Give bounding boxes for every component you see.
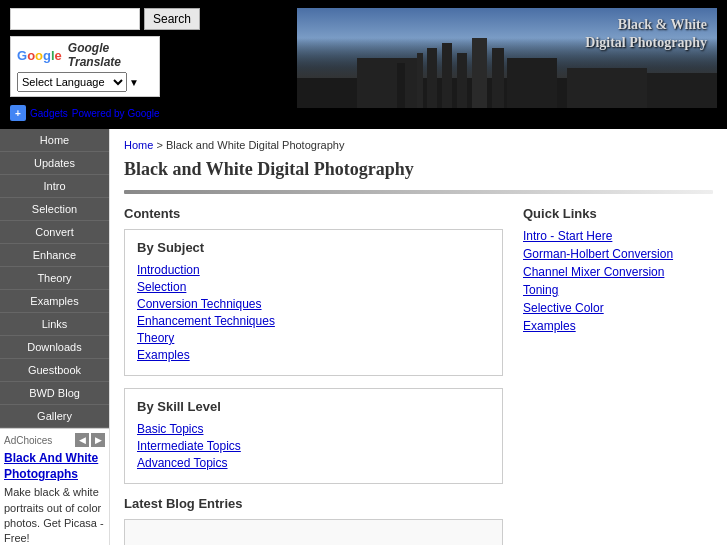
svg-rect-2 xyxy=(427,48,437,108)
contents-label: Contents xyxy=(124,206,503,221)
svg-rect-9 xyxy=(647,73,717,108)
ad-section: AdChoices ◀ ▶ Black And White Photograph… xyxy=(0,428,109,545)
two-col: Contents By Subject Introduction Selecti… xyxy=(124,206,713,545)
header-left: Search Google Google Translate Select La… xyxy=(10,8,210,121)
quick-links-list: Intro - Start Here Gorman-Holbert Conver… xyxy=(523,229,713,333)
search-input[interactable] xyxy=(10,8,140,30)
skill-link-advanced[interactable]: Advanced Topics xyxy=(137,456,228,470)
list-item: Intermediate Topics xyxy=(137,439,490,453)
banner-title-line2: Digital Photography xyxy=(585,34,707,52)
sidebar-item-links[interactable]: Links xyxy=(0,313,109,336)
banner-image: Black & White Digital Photography xyxy=(297,8,717,108)
ad-title[interactable]: Black And White Photographs xyxy=(4,451,105,482)
skill-link-basic[interactable]: Basic Topics xyxy=(137,422,203,436)
title-underline xyxy=(124,190,713,194)
quick-link-selective-color[interactable]: Selective Color xyxy=(523,301,604,315)
svg-rect-10 xyxy=(397,63,405,108)
quick-link-examples[interactable]: Examples xyxy=(523,319,576,333)
by-subject-box: By Subject Introduction Selection Conver… xyxy=(124,229,503,376)
ad-content: Black And White Photographs Make black &… xyxy=(4,451,105,545)
sidebar-item-examples[interactable]: Examples xyxy=(0,290,109,313)
main-layout: Home Updates Intro Selection Convert Enh… xyxy=(0,129,727,545)
list-item: Conversion Techniques xyxy=(137,297,490,311)
list-item: Enhancement Techniques xyxy=(137,314,490,328)
svg-rect-11 xyxy=(417,53,423,108)
content: Home > Black and White Digital Photograp… xyxy=(110,129,727,545)
skill-link-intermediate[interactable]: Intermediate Topics xyxy=(137,439,241,453)
ad-text: Make black & white portraits out of colo… xyxy=(4,485,105,545)
list-item: Intro - Start Here xyxy=(523,229,713,243)
svg-rect-5 xyxy=(472,38,487,108)
sidebar-item-convert[interactable]: Convert xyxy=(0,221,109,244)
quick-link-intro[interactable]: Intro - Start Here xyxy=(523,229,612,243)
svg-rect-8 xyxy=(567,68,647,108)
by-skill-list: Basic Topics Intermediate Topics Advance… xyxy=(137,422,490,470)
col-left: Contents By Subject Introduction Selecti… xyxy=(124,206,503,545)
list-item: Examples xyxy=(137,348,490,362)
list-item: Selection xyxy=(137,280,490,294)
svg-rect-1 xyxy=(357,58,417,108)
ad-nav: ◀ ▶ xyxy=(75,433,105,447)
subject-link-examples[interactable]: Examples xyxy=(137,348,190,362)
ad-prev-button[interactable]: ◀ xyxy=(75,433,89,447)
sidebar-item-guestbook[interactable]: Guestbook xyxy=(0,359,109,382)
search-button[interactable]: Search xyxy=(144,8,200,30)
sidebar-item-intro[interactable]: Intro xyxy=(0,175,109,198)
banner-title-line1: Black & White xyxy=(585,16,707,34)
quick-link-gorman[interactable]: Gorman-Holbert Conversion xyxy=(523,247,673,261)
sidebar-item-selection[interactable]: Selection xyxy=(0,198,109,221)
breadcrumb-separator: > xyxy=(156,139,165,151)
subject-link-selection[interactable]: Selection xyxy=(137,280,186,294)
sidebar: Home Updates Intro Selection Convert Enh… xyxy=(0,129,110,545)
sidebar-item-theory[interactable]: Theory xyxy=(0,267,109,290)
quick-links-label: Quick Links xyxy=(523,206,713,221)
search-form: Search xyxy=(10,8,210,30)
list-item: Channel Mixer Conversion xyxy=(523,265,713,279)
breadcrumb-home-link[interactable]: Home xyxy=(124,139,153,151)
gadgets-link[interactable]: Gadgets xyxy=(30,108,68,119)
sidebar-item-enhance[interactable]: Enhance xyxy=(0,244,109,267)
language-select-wrap: Select Language ▼ xyxy=(17,72,153,92)
gadgets-bar: + Gadgets Powered by Google xyxy=(10,105,210,121)
page-title: Black and White Digital Photography xyxy=(124,159,713,180)
sidebar-item-gallery[interactable]: Gallery xyxy=(0,405,109,428)
header: Search Google Google Translate Select La… xyxy=(0,0,727,129)
list-item: Examples xyxy=(523,319,713,333)
latest-blog-section: Latest Blog Entries xyxy=(124,496,503,545)
subject-link-conversion[interactable]: Conversion Techniques xyxy=(137,297,262,311)
subject-link-theory[interactable]: Theory xyxy=(137,331,174,345)
list-item: Advanced Topics xyxy=(137,456,490,470)
select-arrow-icon: ▼ xyxy=(129,77,139,88)
ad-choices-bar: AdChoices ◀ ▶ xyxy=(4,433,105,447)
subject-link-enhancement[interactable]: Enhancement Techniques xyxy=(137,314,275,328)
svg-rect-4 xyxy=(457,53,467,108)
sidebar-item-bwd-blog[interactable]: BWD Blog xyxy=(0,382,109,405)
google-gadgets-icon: + xyxy=(10,105,26,121)
breadcrumb: Home > Black and White Digital Photograp… xyxy=(124,139,713,151)
breadcrumb-current: Black and White Digital Photography xyxy=(166,139,345,151)
header-banner: Black & White Digital Photography xyxy=(210,8,717,108)
by-skill-title: By Skill Level xyxy=(137,399,490,414)
sidebar-item-downloads[interactable]: Downloads xyxy=(0,336,109,359)
sidebar-item-home[interactable]: Home xyxy=(0,129,109,152)
sidebar-item-updates[interactable]: Updates xyxy=(0,152,109,175)
col-right: Quick Links Intro - Start Here Gorman-Ho… xyxy=(523,206,713,545)
list-item: Basic Topics xyxy=(137,422,490,436)
google-logo: Google xyxy=(17,48,62,63)
latest-blog-label: Latest Blog Entries xyxy=(124,496,503,511)
quick-link-channel[interactable]: Channel Mixer Conversion xyxy=(523,265,664,279)
language-select[interactable]: Select Language xyxy=(17,72,127,92)
sidebar-nav: Home Updates Intro Selection Convert Enh… xyxy=(0,129,109,428)
powered-by-google-link[interactable]: Powered by Google xyxy=(72,108,160,119)
by-subject-list: Introduction Selection Conversion Techni… xyxy=(137,263,490,362)
list-item: Theory xyxy=(137,331,490,345)
subject-link-introduction[interactable]: Introduction xyxy=(137,263,200,277)
list-item: Gorman-Holbert Conversion xyxy=(523,247,713,261)
translate-widget: Google Google Translate Select Language … xyxy=(10,36,160,97)
quick-link-toning[interactable]: Toning xyxy=(523,283,558,297)
list-item: Selective Color xyxy=(523,301,713,315)
by-subject-title: By Subject xyxy=(137,240,490,255)
ad-choices-label: AdChoices xyxy=(4,435,52,446)
list-item: Toning xyxy=(523,283,713,297)
ad-next-button[interactable]: ▶ xyxy=(91,433,105,447)
